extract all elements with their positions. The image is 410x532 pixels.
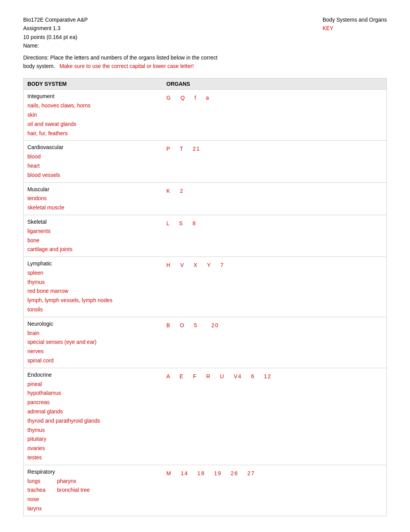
name-label: Name: [23,41,88,50]
system-item: hair, fur, feathers [27,129,166,138]
system-name: Skeletal [27,219,47,225]
system-item: lungs [27,477,46,486]
system-item: heart [27,161,166,171]
organs-cell-cardiovascular: P T 21 [166,143,383,154]
organs-cell-skeletal: L S 8 [166,218,383,228]
system-item: pituitary [27,435,166,444]
table-row: Neurologic brain special senses (eye and… [24,317,386,368]
directions-text-2: body system. [23,63,55,69]
system-name: Neurologic [27,321,53,327]
system-cell-respiratory: Respiratory lungs trachea nose larynx ph… [27,467,166,513]
system-item: bronchial tree [57,486,90,495]
organs-answer: B O 5 20 [166,321,219,330]
title: Body Systems and Organs [322,15,387,24]
system-item: lymph, lymph vessels, lymph nodes [27,296,166,305]
system-item: nails, hooves claws, horns [27,101,166,110]
table-row: Cardiovascular blood heart blood vessels… [24,141,386,182]
organs-cell-muscular: K 2 [166,185,383,196]
course-title: Bio172E Comparative A&P [23,15,88,24]
system-item: brain [27,329,166,338]
system-item: blood [27,152,166,161]
header-right: Body Systems and Organs KEY [322,15,387,33]
respiratory-col1: lungs trachea nose larynx [27,477,46,513]
assignment: Assignment 1.3 [23,24,88,32]
table-row: Lymphatic spleen thymus red bone marrow … [24,257,386,317]
organs-cell-neurologic: B O 5 20 [166,320,383,330]
table-row: Integument nails, hooves claws, horns sk… [24,90,386,141]
system-cell-cardiovascular: Cardiovascular blood heart blood vessels [27,143,166,180]
body-systems-table: BODY SYSTEM ORGANS Integument nails, hoo… [23,78,387,516]
system-name: Endocrine [27,372,52,378]
system-item: ovaries [27,444,166,453]
system-item: thymus [27,278,166,287]
organs-cell-integument: G Q f a [166,92,383,103]
system-item: pineal [27,380,166,389]
respiratory-col2: pharynx bronchial tree [57,477,90,513]
system-item: skin [27,110,166,120]
system-item: blood vessels [27,171,166,180]
system-item: trachea [27,486,46,495]
organs-cell-endocrine: A E F R U V4 6 12 [166,371,383,381]
system-name: Muscular [27,186,49,192]
system-item: spleen [27,269,166,278]
system-item: bone [27,236,166,245]
organs-cell-lymphatic: H V X Y 7 [166,259,383,270]
table-header: BODY SYSTEM ORGANS [24,78,386,90]
organs-answer: K 2 [166,187,184,196]
system-item: red bone marrow [27,287,166,296]
system-item: special senses (eye and ear) [27,338,166,347]
system-item: ligaments [27,227,166,236]
organs-answer: H V X Y 7 [166,261,224,270]
key-label: KEY [322,24,387,32]
table-row: Skeletal ligaments bone cartilage and jo… [24,215,386,257]
organs-answer: M 14 18 19 26 27 [166,469,255,478]
system-item: nerves [27,347,166,356]
system-name: Cardiovascular [27,144,63,150]
directions: Directions: Place the letters and number… [23,53,387,71]
system-item: pancreas [27,398,166,407]
directions-red: Make sure to use the correct capital or … [59,63,194,69]
system-item: cartilage and joints [27,245,166,254]
organs-answer: L S 8 [166,219,197,228]
system-item: pharynx [57,477,90,486]
system-cell-endocrine: Endocrine pineal hypothalamus pancreas a… [27,371,166,462]
table-row: Muscular tendons skeletal muscle K 2 [24,183,386,215]
col-organs-header: ORGANS [166,81,383,87]
system-item: oil and sweat glands [27,120,166,129]
system-item: larynx [27,504,46,513]
system-item: tendons [27,194,166,203]
table-row: Respiratory lungs trachea nose larynx ph… [24,465,386,516]
system-name: Respiratory [27,469,55,475]
system-cell-integument: Integument nails, hooves claws, horns sk… [27,92,166,138]
system-item: hypothalamus [27,389,166,398]
system-item: thyroid and parathyroid glands [27,416,166,426]
table-row: Endocrine pineal hypothalamus pancreas a… [24,368,386,465]
organs-answer: G Q f a [166,93,210,103]
system-cell-muscular: Muscular tendons skeletal muscle [27,185,166,212]
system-cell-skeletal: Skeletal ligaments bone cartilage and jo… [27,218,166,254]
header: Bio172E Comparative A&P Assignment 1.3 1… [23,15,387,70]
system-item: spinal cord [27,356,166,365]
organs-cell-respiratory: M 14 18 19 26 27 [166,467,383,478]
organs-answer: A E F R U V4 6 12 [166,372,271,381]
system-name: Integument [27,93,54,99]
system-name: Lymphatic [27,260,52,267]
points: 10 points (0.164 pt ea) [23,33,88,41]
system-item: testes [27,453,166,462]
system-item: adrenal glands [27,407,166,416]
system-cell-lymphatic: Lymphatic spleen thymus red bone marrow … [27,259,166,314]
organs-answer: P T 21 [166,144,200,154]
system-item: thymus [27,426,166,435]
header-left: Bio172E Comparative A&P Assignment 1.3 1… [23,15,88,50]
directions-text-1: Directions: Place the letters and number… [23,54,217,61]
system-item: tonsils [27,305,166,314]
system-cell-neurologic: Neurologic brain special senses (eye and… [27,320,166,365]
system-item: nose [27,495,46,504]
col-system-header: BODY SYSTEM [27,81,166,87]
system-item: skeletal muscle [27,203,166,212]
